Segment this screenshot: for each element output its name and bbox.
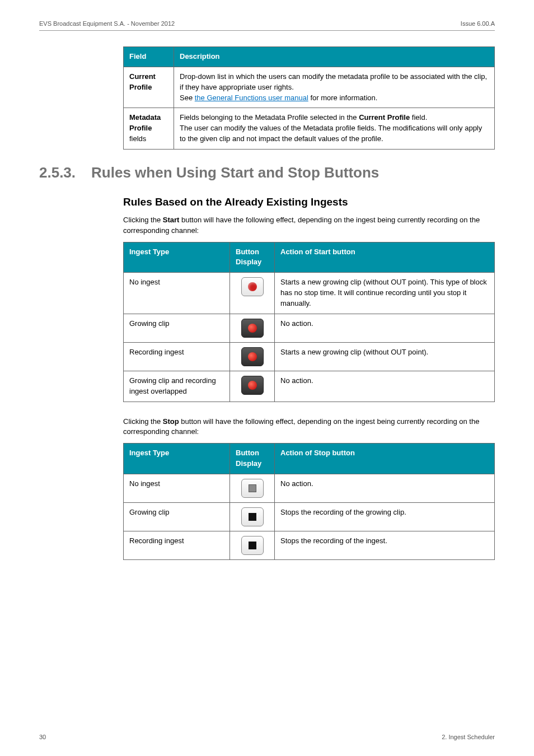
th-field: Field [124,47,174,67]
start-row-noingest-action: Starts a new growing clip (without OUT p… [275,273,495,314]
start-paragraph: Clicking the Start button will have the … [123,215,495,236]
cell-metadata-profile-desc: Fields belonging to the Metadata Profile… [174,108,495,150]
th-button-display: ButtonDisplay [230,242,275,273]
stop-row-recording-action: Stops the recording of the ingest. [275,531,495,559]
start-row-noingest-label: No ingest [124,273,230,314]
stop-icon [241,507,264,526]
stop-row-noingest-label: No ingest [124,474,230,502]
th-button-display: ButtonDisplay [230,444,275,474]
th-action-start: Action of Start button [275,242,495,273]
start-row-recording-label: Recording ingest [124,342,230,371]
general-functions-link[interactable]: the General Functions user manual [195,94,308,102]
stop-row-noingest-action: No action. [275,474,495,502]
stop-row-recording-btn [230,531,275,559]
stop-row-recording-label: Recording ingest [124,531,230,559]
start-button-table: Ingest Type ButtonDisplay Action of Star… [123,242,495,402]
start-row-recording-btn [230,342,275,371]
section-heading: 2.5.3. Rules when Using Start and Stop B… [39,164,495,181]
header-left: EVS Broadcast Equipment S.A. - November … [39,20,175,27]
record-icon [241,319,264,338]
cell-current-profile-desc: Drop-down list in which the users can mo… [174,67,495,108]
record-icon [241,277,264,296]
start-row-growing-btn [230,314,275,342]
th-description: Description [174,47,495,67]
field-description-table: Field Description CurrentProfile Drop-do… [123,46,495,150]
stop-row-noingest-btn [230,474,275,502]
start-row-overlap-label: Growing clip and recording ingest overla… [124,371,230,402]
subheading-rules-based: Rules Based on the Already Existing Inge… [123,196,495,208]
section-title: Rules when Using Start and Stop Buttons [91,164,379,181]
cell-current-profile-label: CurrentProfile [124,67,174,108]
stop-icon [241,536,264,555]
th-ingest-type: Ingest Type [124,242,230,273]
cell-metadata-profile-label: MetadataProfilefields [124,108,174,150]
start-row-growing-label: Growing clip [124,314,230,342]
start-row-growing-action: No action. [275,314,495,342]
start-row-overlap-action: No action. [275,371,495,402]
start-row-overlap-btn [230,371,275,402]
th-ingest-type: Ingest Type [124,444,230,474]
page-header: EVS Broadcast Equipment S.A. - November … [39,20,495,31]
record-icon [241,376,264,395]
page-footer: 30 2. Ingest Scheduler [39,734,495,740]
th-action-stop: Action of Stop button [275,444,495,474]
page-number: 30 [39,734,46,740]
stop-row-growing-action: Stops the recording of the growing clip. [275,502,495,531]
record-icon [241,347,264,366]
stop-paragraph: Clicking the Stop button will have the f… [123,417,495,438]
stop-button-table: Ingest Type ButtonDisplay Action of Stop… [123,443,495,560]
start-row-noingest-btn [230,273,275,314]
stop-row-growing-btn [230,502,275,531]
stop-icon [241,479,264,498]
section-number: 2.5.3. [39,164,76,181]
header-right: Issue 6.00.A [461,20,495,27]
footer-chapter: 2. Ingest Scheduler [442,734,495,740]
start-row-recording-action: Starts a new growing clip (without OUT p… [275,342,495,371]
stop-row-growing-label: Growing clip [124,502,230,531]
